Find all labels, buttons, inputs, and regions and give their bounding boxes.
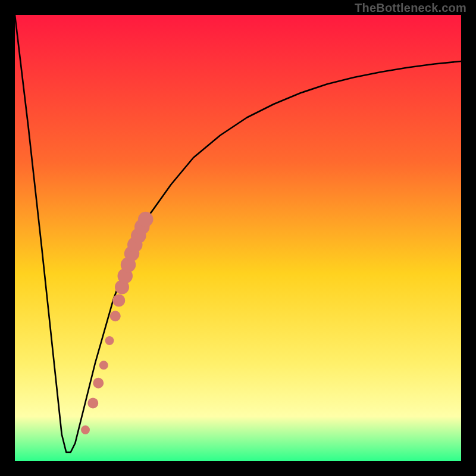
attribution-label: TheBottleneck.com [355,1,466,15]
chart-svg [15,15,461,461]
marker-dot [105,336,114,345]
marker-dot [99,361,108,369]
gradient-background [15,15,461,461]
chart-stage: TheBottleneck.com [0,0,476,476]
marker-dot [87,398,98,409]
marker-dot [93,378,104,389]
plot-area [15,15,461,461]
marker-dot [110,311,121,321]
marker-dot [112,295,125,307]
marker-dot [138,212,154,227]
marker-dot [81,425,90,434]
